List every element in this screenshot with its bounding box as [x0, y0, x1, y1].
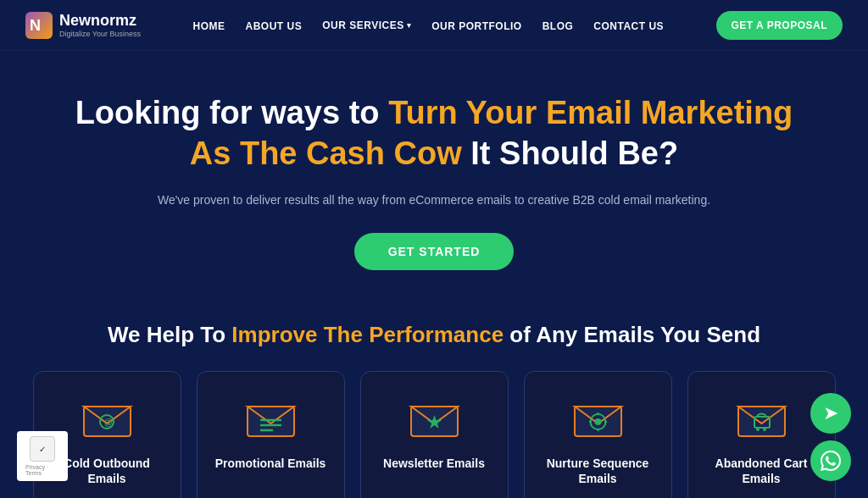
cold-outbound-icon: @ — [77, 396, 136, 442]
nurture-label: Nurture Sequence Emails — [540, 456, 656, 486]
whatsapp-float-button[interactable] — [810, 440, 851, 481]
hero-heading-text1: Looking for ways to — [75, 95, 388, 130]
svg-point-17 — [594, 418, 601, 425]
chevron-down-icon: ▾ — [407, 21, 412, 30]
section-heading-text1: We Help To — [108, 322, 231, 347]
card-newsletter[interactable]: Newsletter Emails — [360, 371, 509, 498]
abandoned-cart-label: Abandoned Cart Emails — [704, 456, 820, 486]
recaptcha-icon: ✓ — [30, 436, 55, 462]
recaptcha-label: Privacy · Terms — [25, 464, 59, 476]
logo[interactable]: N Newnormz Digitalize Your Business — [25, 12, 141, 39]
promotional-icon — [241, 396, 300, 442]
cards-row: @ Cold Outbound Emails Promotional Email… — [0, 371, 868, 498]
recaptcha-badge: ✓ Privacy · Terms — [17, 431, 68, 481]
logo-tagline: Digitalize Your Business — [59, 30, 141, 38]
navbar: N Newnormz Digitalize Your Business HOME… — [0, 0, 868, 51]
logo-icon: N — [25, 12, 53, 39]
hero-section: Looking for ways to Turn Your Email Mark… — [0, 51, 868, 296]
nav-item-services[interactable]: OUR SERVICES ▾ — [322, 19, 411, 31]
hero-heading: Looking for ways to Turn Your Email Mark… — [68, 93, 800, 174]
card-promotional[interactable]: Promotional Emails — [197, 371, 345, 498]
hero-subtext: We've proven to deliver results all the … — [68, 191, 800, 209]
logo-text: Newnormz Digitalize Your Business — [59, 12, 141, 38]
nav-item-about[interactable]: ABOUT US — [246, 18, 303, 33]
card-nurture[interactable]: Nurture Sequence Emails — [524, 371, 672, 498]
nav-item-portfolio[interactable]: OUR PORTFOLIO — [431, 18, 522, 33]
svg-point-25 — [756, 428, 760, 431]
float-buttons: ➤ — [810, 393, 851, 481]
nav-item-blog[interactable]: BLOG — [542, 18, 574, 33]
newsletter-label: Newsletter Emails — [383, 456, 485, 471]
section-heading-text2: of Any Emails You Send — [504, 322, 760, 347]
nav-links: HOME ABOUT US OUR SERVICES ▾ OUR PORTFOL… — [193, 18, 665, 33]
section-heading-highlight: Improve The Performance — [231, 322, 504, 347]
logo-name: Newnormz — [59, 12, 141, 30]
abandoned-cart-icon — [732, 396, 791, 442]
nav-item-home[interactable]: HOME — [193, 18, 225, 33]
hero-heading-text2: It Should Be? — [462, 136, 678, 171]
section-heading: We Help To Improve The Performance of An… — [0, 321, 868, 350]
get-proposal-button[interactable]: GET A PROPOSAL — [716, 11, 843, 40]
svg-text:N: N — [30, 17, 41, 34]
send-float-button[interactable]: ➤ — [810, 393, 851, 434]
nurture-icon — [568, 396, 627, 442]
nav-item-contact[interactable]: CONTACT US — [593, 18, 664, 33]
newsletter-icon — [404, 396, 464, 442]
svg-point-26 — [763, 428, 766, 431]
svg-text:@: @ — [104, 418, 113, 427]
promotional-label: Promotional Emails — [215, 456, 326, 471]
get-started-button[interactable]: GET STARTED — [354, 233, 515, 270]
